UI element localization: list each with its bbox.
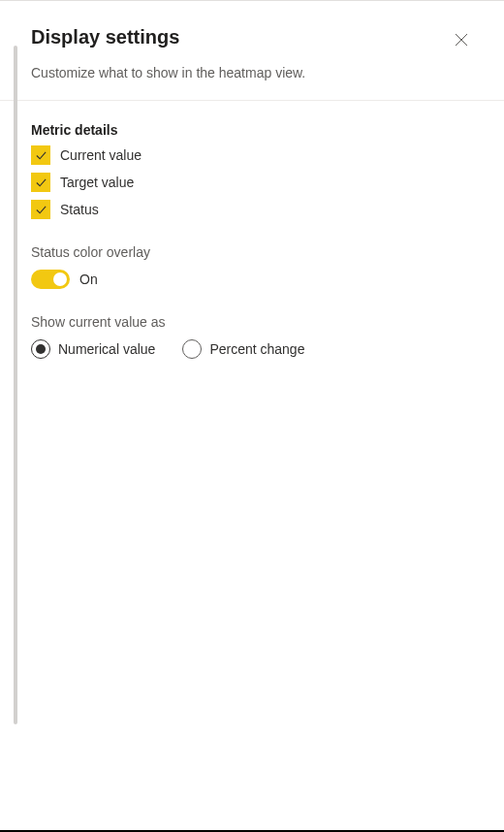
checkbox-status[interactable]: [31, 200, 50, 219]
panel-body: Display settings Customize what to show …: [0, 1, 504, 378]
radio-percent: [182, 339, 202, 359]
radio-dot-icon: [36, 344, 46, 354]
show-as-label: Show current value as: [31, 314, 475, 330]
checkbox-label: Status: [60, 202, 99, 217]
divider: [0, 100, 504, 101]
show-as-radio-group: Numerical value Percent change: [31, 339, 475, 359]
toggle-row: On: [31, 270, 475, 289]
metric-details-label: Metric details: [31, 122, 475, 138]
radio-label: Percent change: [209, 341, 304, 357]
close-button[interactable]: [450, 28, 473, 51]
checkbox-label: Target value: [60, 175, 134, 190]
checkmark-icon: [35, 149, 47, 162]
checkbox-row-target-value: Target value: [31, 173, 475, 192]
radio-label: Numerical value: [58, 341, 155, 357]
settings-panel: Display settings Customize what to show …: [0, 0, 504, 832]
scroll-indicator: [14, 46, 17, 724]
checkbox-target-value[interactable]: [31, 173, 50, 192]
panel-title: Display settings: [31, 26, 179, 48]
toggle-state-label: On: [79, 272, 98, 287]
status-overlay-label: Status color overlay: [31, 244, 475, 260]
panel-subtitle: Customize what to show in the heatmap vi…: [31, 65, 475, 80]
checkbox-row-status: Status: [31, 200, 475, 219]
checkmark-icon: [35, 176, 47, 189]
checkbox-row-current-value: Current value: [31, 145, 475, 165]
radio-option-percent[interactable]: Percent change: [182, 339, 304, 359]
close-icon: [455, 33, 468, 47]
checkbox-label: Current value: [60, 147, 142, 163]
radio-option-numerical[interactable]: Numerical value: [31, 339, 155, 359]
panel-header: Display settings: [31, 26, 475, 51]
checkmark-icon: [35, 204, 47, 216]
toggle-thumb: [53, 272, 67, 286]
status-overlay-toggle[interactable]: [31, 270, 70, 289]
radio-numerical: [31, 339, 50, 359]
checkbox-current-value[interactable]: [31, 145, 50, 165]
